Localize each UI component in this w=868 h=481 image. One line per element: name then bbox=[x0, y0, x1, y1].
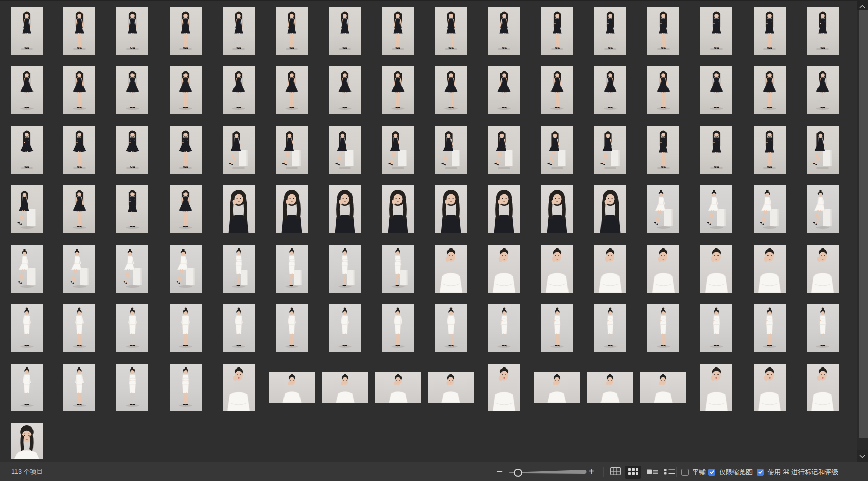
tile-option[interactable]: 平铺 bbox=[681, 462, 706, 481]
photo-thumbnail[interactable] bbox=[63, 304, 95, 352]
photo-thumbnail[interactable] bbox=[170, 7, 202, 55]
photo-thumbnail[interactable] bbox=[807, 185, 839, 233]
photo-thumbnail[interactable] bbox=[807, 126, 839, 174]
photo-thumbnail[interactable] bbox=[541, 66, 573, 114]
photo-thumbnail[interactable] bbox=[116, 66, 148, 114]
scroll-down-button[interactable] bbox=[857, 450, 868, 462]
photo-thumbnail[interactable] bbox=[276, 304, 308, 352]
photo-thumbnail[interactable] bbox=[116, 245, 148, 293]
grid-lock-button[interactable] bbox=[608, 466, 623, 479]
photo-thumbnail[interactable] bbox=[329, 185, 361, 233]
photo-thumbnail[interactable] bbox=[116, 7, 148, 55]
rating-shortcut-option[interactable]: 使用 ⌘ 进行标记和评级 bbox=[757, 462, 838, 481]
photo-thumbnail[interactable] bbox=[116, 364, 148, 411]
photo-thumbnail[interactable] bbox=[170, 245, 202, 293]
photo-thumbnail[interactable] bbox=[223, 66, 255, 114]
rating-shortcut-checkbox[interactable] bbox=[757, 469, 764, 476]
photo-thumbnail[interactable] bbox=[223, 126, 255, 174]
photo-thumbnail[interactable] bbox=[276, 185, 308, 233]
photo-thumbnail[interactable] bbox=[754, 66, 786, 114]
photo-thumbnail[interactable] bbox=[488, 364, 520, 411]
photo-thumbnail[interactable] bbox=[116, 126, 148, 174]
photo-thumbnail[interactable] bbox=[382, 66, 414, 114]
photo-thumbnail[interactable] bbox=[435, 126, 467, 174]
photo-thumbnail[interactable] bbox=[11, 245, 43, 293]
photo-thumbnail[interactable] bbox=[322, 372, 368, 403]
photo-thumbnail[interactable] bbox=[329, 7, 361, 55]
photo-thumbnail[interactable] bbox=[587, 372, 633, 403]
photo-thumbnail[interactable] bbox=[11, 7, 43, 55]
photo-thumbnail[interactable] bbox=[807, 66, 839, 114]
photo-thumbnail[interactable] bbox=[223, 245, 255, 293]
photo-thumbnail[interactable] bbox=[541, 185, 573, 233]
photo-thumbnail[interactable] bbox=[382, 304, 414, 352]
photo-thumbnail[interactable] bbox=[700, 126, 732, 174]
photo-thumbnail[interactable] bbox=[382, 7, 414, 55]
photo-thumbnail[interactable] bbox=[647, 126, 679, 174]
photo-thumbnail[interactable] bbox=[276, 66, 308, 114]
photo-thumbnail[interactable] bbox=[700, 66, 732, 114]
photo-thumbnail[interactable] bbox=[594, 185, 626, 233]
photo-thumbnail[interactable] bbox=[541, 126, 573, 174]
photo-thumbnail[interactable] bbox=[754, 185, 786, 233]
photo-thumbnail[interactable] bbox=[329, 66, 361, 114]
photo-thumbnail[interactable] bbox=[700, 7, 732, 55]
photo-thumbnail[interactable] bbox=[700, 245, 732, 293]
vertical-scrollbar[interactable] bbox=[857, 1, 868, 462]
photo-thumbnail[interactable] bbox=[269, 372, 315, 403]
photo-thumbnail[interactable] bbox=[541, 7, 573, 55]
photo-thumbnail[interactable] bbox=[329, 126, 361, 174]
photo-thumbnail[interactable] bbox=[754, 304, 786, 352]
photo-thumbnail[interactable] bbox=[594, 304, 626, 352]
photo-thumbnail[interactable] bbox=[488, 7, 520, 55]
photo-thumbnail[interactable] bbox=[754, 245, 786, 293]
photo-thumbnail[interactable] bbox=[754, 126, 786, 174]
photo-thumbnail[interactable] bbox=[647, 245, 679, 293]
photo-thumbnail[interactable] bbox=[223, 7, 255, 55]
photo-thumbnail[interactable] bbox=[276, 126, 308, 174]
photo-thumbnail[interactable] bbox=[488, 126, 520, 174]
zoom-in-button[interactable]: + bbox=[586, 462, 597, 481]
photo-thumbnail[interactable] bbox=[541, 304, 573, 352]
photo-thumbnail[interactable] bbox=[754, 364, 786, 411]
photo-thumbnail[interactable] bbox=[700, 304, 732, 352]
photo-thumbnail[interactable] bbox=[647, 66, 679, 114]
photo-thumbnail[interactable] bbox=[63, 7, 95, 55]
photo-thumbnail[interactable] bbox=[488, 304, 520, 352]
photo-thumbnail[interactable] bbox=[541, 245, 573, 293]
photo-thumbnail[interactable] bbox=[700, 185, 732, 233]
view-thumbnails-button[interactable] bbox=[625, 466, 641, 479]
photo-thumbnail[interactable] bbox=[11, 364, 43, 411]
photo-thumbnail[interactable] bbox=[594, 7, 626, 55]
photo-thumbnail[interactable] bbox=[488, 185, 520, 233]
photo-thumbnail[interactable] bbox=[170, 66, 202, 114]
photo-thumbnail[interactable] bbox=[170, 126, 202, 174]
photo-thumbnail[interactable] bbox=[435, 185, 467, 233]
photo-thumbnail[interactable] bbox=[488, 245, 520, 293]
tile-checkbox[interactable] bbox=[681, 469, 689, 476]
photo-thumbnail[interactable] bbox=[647, 304, 679, 352]
photo-thumbnail[interactable] bbox=[435, 66, 467, 114]
photo-thumbnail[interactable] bbox=[329, 245, 361, 293]
photo-thumbnail[interactable] bbox=[116, 185, 148, 233]
photo-thumbnail[interactable] bbox=[170, 304, 202, 352]
photo-thumbnail[interactable] bbox=[594, 245, 626, 293]
photo-thumbnail[interactable] bbox=[276, 245, 308, 293]
photo-thumbnail[interactable] bbox=[63, 185, 95, 233]
scroll-up-button[interactable] bbox=[857, 1, 868, 10]
photo-thumbnail[interactable] bbox=[647, 7, 679, 55]
photo-thumbnail[interactable] bbox=[11, 423, 43, 459]
photo-thumbnail[interactable] bbox=[435, 7, 467, 55]
photo-thumbnail[interactable] bbox=[534, 372, 580, 403]
photo-thumbnail[interactable] bbox=[594, 126, 626, 174]
scrollbar-thumb[interactable] bbox=[859, 10, 868, 438]
photo-thumbnail[interactable] bbox=[276, 7, 308, 55]
photo-thumbnail[interactable] bbox=[807, 245, 839, 293]
photo-thumbnail[interactable] bbox=[375, 372, 421, 403]
photo-thumbnail[interactable] bbox=[435, 245, 467, 293]
photo-thumbnail[interactable] bbox=[807, 304, 839, 352]
photo-thumbnail[interactable] bbox=[754, 7, 786, 55]
photo-thumbnail[interactable] bbox=[382, 245, 414, 293]
photo-thumbnail[interactable] bbox=[329, 304, 361, 352]
photo-thumbnail[interactable] bbox=[435, 304, 467, 352]
